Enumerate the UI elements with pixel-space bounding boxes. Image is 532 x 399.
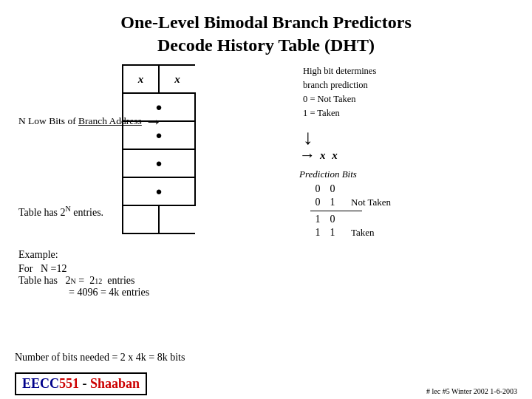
annotation-line2: branch prediction bbox=[303, 78, 532, 92]
pred-x2: x bbox=[330, 149, 338, 162]
table-row: ● bbox=[123, 93, 195, 121]
slide-title: One-Level Bimodal Branch Predictors Deco… bbox=[15, 11, 517, 57]
title-line1: One-Level Bimodal Branch Predictors bbox=[120, 13, 412, 32]
prediction-bits-label: Prediction Bits bbox=[299, 168, 532, 180]
cell-x-left: x bbox=[123, 65, 159, 93]
table-row: ● bbox=[123, 121, 195, 149]
pred-row-1: 0 0 bbox=[310, 183, 532, 195]
arrow-right-icon: → bbox=[299, 146, 316, 165]
pred-b2-2: 1 bbox=[325, 197, 340, 208]
example-label: Example: bbox=[18, 249, 149, 261]
pred-b1-1: 0 bbox=[310, 183, 325, 195]
brand-shaaban: Shaaban bbox=[90, 376, 140, 391]
brand-separator: - bbox=[83, 376, 91, 391]
table-row: ● bbox=[123, 149, 195, 177]
title-line2: Decode History Table (DHT) bbox=[157, 35, 375, 55]
cell-empty-right bbox=[159, 205, 195, 233]
pred-b2-1: 0 bbox=[325, 183, 340, 195]
pred-row-2: 0 1 Not Taken bbox=[310, 197, 532, 208]
annotation-line3: 0 = Not Taken bbox=[303, 92, 532, 106]
cell-dot-2: ● bbox=[123, 121, 195, 149]
right-panel: High bit determines branch prediction 0 … bbox=[288, 64, 532, 240]
cell-dot-1: ● bbox=[123, 93, 195, 121]
annotation-box: High bit determines branch prediction 0 … bbox=[303, 64, 532, 120]
slide: One-Level Bimodal Branch Predictors Deco… bbox=[0, 0, 532, 399]
pred-row-4: 1 1 Taken bbox=[310, 227, 532, 239]
table-has-label: Table has 2N entries. bbox=[18, 207, 103, 218]
cell-empty-left bbox=[123, 205, 159, 233]
pred-divider bbox=[310, 211, 362, 211]
footer-brand: EECC551 - Shaaban bbox=[15, 372, 147, 395]
pred-b2-3: 0 bbox=[325, 214, 340, 225]
annotation-line4: 1 = Taken bbox=[303, 106, 532, 120]
prediction-table: 0 0 0 1 Not Taken 1 0 1 1 bbox=[310, 183, 532, 239]
footer-info: # lec #5 Winter 2002 1-6-2003 bbox=[426, 387, 517, 395]
table-row bbox=[123, 205, 195, 233]
content-area: N Low Bits of Branch Address → x x ● ● ● bbox=[15, 64, 517, 375]
pred-b2-4: 1 bbox=[325, 227, 340, 239]
footer-lecture-info: # lec #5 Winter 2002 1-6-2003 bbox=[426, 387, 517, 395]
pred-row-3: 1 0 bbox=[310, 214, 532, 225]
dht-table: x x ● ● ● ● bbox=[122, 64, 196, 234]
table-desc: Table has 2N entries. bbox=[18, 205, 103, 219]
pred-taken-2: Taken bbox=[351, 227, 375, 239]
branch-prefix: N Low Bits of bbox=[18, 115, 76, 127]
table-row: ● bbox=[123, 177, 195, 205]
brand-eecc: EECC bbox=[22, 376, 59, 391]
table-row: x x bbox=[123, 65, 195, 93]
dht-table-wrapper: x x ● ● ● ● bbox=[122, 64, 196, 234]
example-section: Example: For N =12 Table has 2N = 212 en… bbox=[18, 249, 149, 299]
cell-dot-4: ● bbox=[123, 177, 195, 205]
example-line1: For N =12 bbox=[18, 263, 149, 275]
pred-x1: x bbox=[320, 149, 326, 162]
cell-x-right: x bbox=[159, 65, 195, 93]
pred-b1-2: 0 bbox=[310, 197, 325, 208]
pred-xx-row: → x x bbox=[299, 146, 532, 165]
pred-b1-4: 1 bbox=[310, 227, 325, 239]
example-line3: = 4096 = 4k entries bbox=[69, 287, 149, 299]
bottom-text: Number of bits needed = 2 x 4k = 8k bits bbox=[15, 352, 185, 364]
cell-dot-3: ● bbox=[123, 149, 195, 177]
brand-551: 551 bbox=[59, 376, 79, 391]
pred-b1-3: 1 bbox=[310, 214, 325, 225]
example-line2: Table has 2N = 212 entries bbox=[18, 275, 149, 287]
pred-not-taken-2: Not Taken bbox=[351, 197, 391, 208]
annotation-line1: High bit determines bbox=[303, 64, 532, 78]
footer: EECC551 - Shaaban # lec #5 Winter 2002 1… bbox=[0, 369, 532, 399]
